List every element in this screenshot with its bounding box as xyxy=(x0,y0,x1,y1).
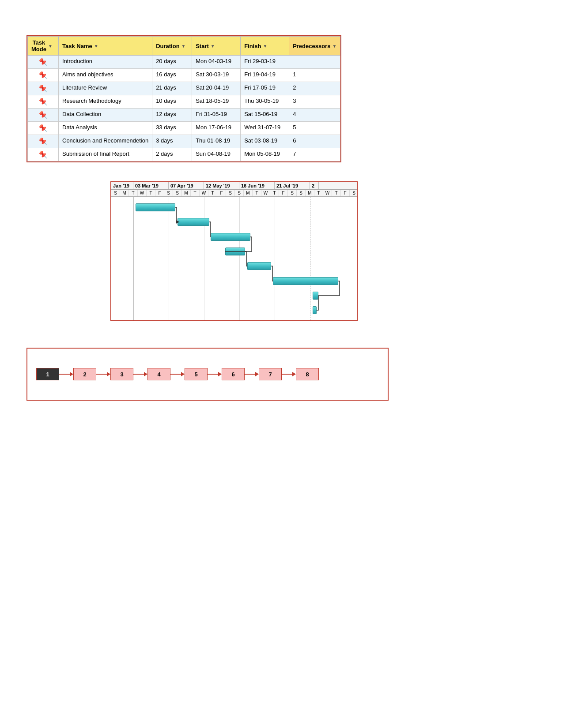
arrow-line-2 xyxy=(96,374,107,375)
network-node-3-label: 3 xyxy=(120,371,123,378)
task-duration-cell-4: 10 days xyxy=(152,95,192,109)
task-start-cell-3: Sat 20-04-19 xyxy=(192,82,241,95)
sort-arrow-task-mode[interactable]: ▼ xyxy=(48,44,53,49)
network-node-4: 4 xyxy=(147,368,170,380)
sort-arrow-task-name[interactable]: ▼ xyxy=(94,44,98,49)
network-node-5-label: 5 xyxy=(194,371,197,378)
task-duration-cell-3: 21 days xyxy=(152,82,192,95)
gantt-day-m2: M xyxy=(182,190,191,196)
col-label-start: Start xyxy=(196,43,209,49)
gantt-day-m1: M xyxy=(120,190,129,196)
network-arrow-7-8 xyxy=(282,372,296,376)
gantt-day-w4: W xyxy=(323,190,332,196)
task-start-cell-8: Sun 04-08-19 xyxy=(192,148,241,161)
gantt-day-m4: M xyxy=(306,190,314,196)
gantt-gridline-1 xyxy=(133,197,134,320)
table-row: 📌 Conclusion and Recommendetion 3 days T… xyxy=(28,135,340,148)
project-table: TaskMode ▼ Task Name ▼ Duration ▼ xyxy=(27,36,340,161)
network-node-4-label: 4 xyxy=(157,371,160,378)
gantt-day-s6: S xyxy=(288,190,297,196)
gantt-day-t4: T xyxy=(208,190,217,196)
sort-arrow-finish[interactable]: ▼ xyxy=(263,44,267,49)
gantt-day-t3: T xyxy=(191,190,200,196)
gantt-day-f2: F xyxy=(217,190,226,196)
network-node-7: 7 xyxy=(259,368,282,380)
gantt-bar-8 xyxy=(313,306,317,314)
gantt-day-t8: T xyxy=(332,190,341,196)
gantt-day-f4: F xyxy=(341,190,350,196)
network-arrow-3-4 xyxy=(133,372,147,376)
gantt-gridline-5 xyxy=(275,197,275,320)
gantt-month-jul: 21 Jul '19 xyxy=(275,182,310,189)
arrow-line-1 xyxy=(59,374,70,375)
col-header-task-name: Task Name ▼ xyxy=(59,37,152,56)
task-name-cell-8: Submission of final Report xyxy=(59,148,152,161)
col-header-duration: Duration ▼ xyxy=(152,37,192,56)
task-pred-cell-4: 3 xyxy=(289,95,340,109)
gantt-connectors xyxy=(111,197,357,320)
task-mode-icon-3: 📌 xyxy=(39,84,48,93)
gantt-month-aug: 2 xyxy=(310,182,319,189)
task-pred-cell-1 xyxy=(289,56,340,69)
network-arrow-2-3 xyxy=(96,372,110,376)
col-label-finish: Finish xyxy=(244,43,261,49)
arrow-head-7 xyxy=(292,372,296,376)
table-row: 📌 Introduction 20 days Mon 04-03-19 Fri … xyxy=(28,56,340,69)
gantt-day-s2: S xyxy=(164,190,173,196)
gantt-day-t6: T xyxy=(270,190,279,196)
gantt-day-t5: T xyxy=(253,190,261,196)
network-node-8: 8 xyxy=(296,368,319,380)
gantt-day-t7: T xyxy=(314,190,323,196)
task-pred-cell-3: 2 xyxy=(289,82,340,95)
gantt-day-w2: W xyxy=(200,190,208,196)
sort-arrow-duration[interactable]: ▼ xyxy=(181,44,186,49)
gantt-day-t1: T xyxy=(129,190,138,196)
table-row: 📌 Research Methodology 10 days Sat 18-05… xyxy=(28,95,340,109)
network-node-2: 2 xyxy=(73,368,96,380)
gantt-month-may: 12 May '19 xyxy=(204,182,239,189)
gantt-month-jan: Jan '19 xyxy=(111,182,133,189)
task-name-cell-7: Conclusion and Recommendetion xyxy=(59,135,152,148)
sort-arrow-predecessors[interactable]: ▼ xyxy=(332,44,336,49)
gantt-day-s3: S xyxy=(173,190,182,196)
network-node-3: 3 xyxy=(110,368,133,380)
task-finish-cell-3: Fri 17-05-19 xyxy=(241,82,289,95)
gantt-month-header: Jan '19 03 Mar '19 07 Apr '19 12 May '19… xyxy=(111,182,357,190)
task-finish-cell-6: Wed 31-07-19 xyxy=(241,122,289,135)
col-label-task-name: Task Name xyxy=(62,43,92,49)
gantt-day-w1: W xyxy=(138,190,147,196)
gantt-gridline-dashed xyxy=(310,197,310,320)
col-header-start: Start ▼ xyxy=(192,37,241,56)
network-node-8-label: 8 xyxy=(306,371,309,378)
gantt-day-s4: S xyxy=(226,190,235,196)
gantt-bar-1 xyxy=(136,203,175,211)
task-pred-cell-5: 4 xyxy=(289,109,340,122)
network-arrow-6-7 xyxy=(245,372,259,376)
sort-arrow-start[interactable]: ▼ xyxy=(211,44,215,49)
gantt-day-f1: F xyxy=(155,190,164,196)
arrow-line-7 xyxy=(282,374,292,375)
gantt-bar-5 xyxy=(247,262,271,270)
col-header-finish: Finish ▼ xyxy=(241,37,289,56)
task-name-cell-3: Literature Review xyxy=(59,82,152,95)
gantt-body xyxy=(111,197,357,320)
table-row: 📌 Aims and objectives 16 days Sat 30-03-… xyxy=(28,69,340,82)
task-finish-cell-2: Fri 19-04-19 xyxy=(241,69,289,82)
task-mode-icon-6: 📌 xyxy=(39,124,48,132)
network-arrow-1-2 xyxy=(59,372,73,376)
task-name-cell-1: Introduction xyxy=(59,56,152,69)
task-finish-cell-1: Fri 29-03-19 xyxy=(241,56,289,69)
task-mode-icon-8: 📌 xyxy=(39,150,48,159)
task-start-cell-6: Mon 17-06-19 xyxy=(192,122,241,135)
task-finish-cell-4: Thu 30-05-19 xyxy=(241,95,289,109)
task-duration-cell-2: 16 days xyxy=(152,69,192,82)
network-node-7-label: 7 xyxy=(268,371,272,378)
gantt-month-mar: 03 Mar '19 xyxy=(133,182,169,189)
table-row: 📌 Submission of final Report 2 days Sun … xyxy=(28,148,340,161)
task-name-cell-5: Data Collection xyxy=(59,109,152,122)
table-row: 📌 Literature Review 21 days Sat 20-04-19… xyxy=(28,82,340,95)
gantt-month-jun: 16 Jun '19 xyxy=(239,182,275,189)
task-mode-icon-1: 📌 xyxy=(39,58,48,66)
gantt-day-s7: S xyxy=(297,190,306,196)
gantt-day-s1: S xyxy=(111,190,120,196)
